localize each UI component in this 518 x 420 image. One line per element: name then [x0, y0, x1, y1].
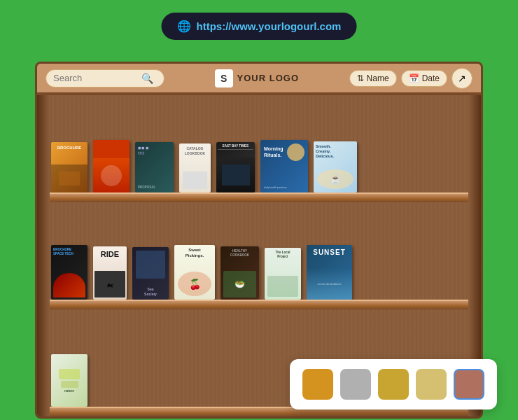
book-brochure-space[interactable]: BROCHURESPACE TECH — [51, 245, 88, 300]
book-sunset[interactable]: SUNSET scenic destinations — [307, 245, 352, 300]
book-sweet-pickings[interactable]: SweetPickings. 🍒 — [174, 245, 215, 300]
logo-letter: S — [215, 69, 233, 88]
logo-area: S YOUR LOGO — [215, 69, 299, 88]
color-palette — [290, 359, 497, 410]
share-icon: ↗ — [458, 73, 466, 84]
calendar-icon: 📅 — [409, 74, 419, 83]
swatch-gray[interactable] — [340, 369, 371, 400]
share-button[interactable]: ↗ — [451, 68, 472, 89]
book-brochure-1[interactable]: BROCHURE — [51, 142, 88, 192]
books-row-2: BROCHURESPACE TECH RIDE 🏍 — [37, 202, 481, 309]
book-green-single[interactable]: nature — [51, 354, 88, 407]
book-smooth-creamy[interactable]: Smooth.Creamy.Delicious. ☕ — [314, 141, 357, 192]
shelf-row-2: BROCHURESPACE TECH RIDE 🏍 — [37, 202, 481, 309]
name-sort-button[interactable]: ⇅ Name — [349, 70, 397, 87]
book-local-project[interactable]: The LocalProject — [265, 248, 301, 300]
toolbar-buttons: ⇅ Name 📅 Date ↗ — [349, 68, 472, 89]
book-sea-society[interactable]: SeaSociety — [132, 247, 169, 300]
swatch-dark-yellow[interactable] — [378, 369, 409, 400]
swatch-brown-active[interactable] — [454, 369, 484, 400]
date-btn-label: Date — [422, 74, 440, 83]
shelf-row-1: BROCHURE — [37, 95, 481, 202]
logo-text: YOUR LOGO — [237, 73, 299, 83]
shelf-left-panel — [37, 64, 50, 416]
search-box[interactable]: 🔍 — [46, 69, 164, 88]
book-ride[interactable]: RIDE 🏍 — [93, 246, 127, 300]
globe-icon: 🌐 — [177, 20, 191, 33]
search-input[interactable] — [53, 73, 137, 83]
sort-icon: ⇅ — [357, 74, 364, 83]
swatch-light-yellow[interactable] — [416, 369, 447, 400]
shelf-surface-1 — [37, 192, 481, 202]
book-portrait-red[interactable] — [93, 140, 130, 192]
shelf-surface-2 — [37, 300, 481, 309]
book-catalog-lookbook[interactable]: CATALOGLOOKBOOK — [179, 144, 211, 192]
book-east-bay-times[interactable]: EAST BAY TIMES — [216, 142, 255, 192]
toolbar: 🔍 S YOUR LOGO ⇅ Name 📅 Date ↗ — [37, 64, 481, 95]
search-icon: 🔍 — [141, 73, 153, 84]
book-proposal[interactable]: ◼ ◼ ◼◻ ◻ PROPOSAL — [135, 142, 174, 192]
swatch-orange[interactable] — [302, 369, 333, 400]
url-tooltip: 🌐 https://www.yourlogourl.com — [162, 13, 357, 40]
book-morning-rituals[interactable]: MorningRituals. daily health practices — [260, 140, 308, 192]
date-sort-button[interactable]: 📅 Date — [401, 70, 447, 87]
book-cookbook[interactable]: HEALTHYCOOKBOOK 🥗 — [220, 246, 259, 300]
books-row-1: BROCHURE — [37, 95, 481, 202]
url-text: https://www.yourlogourl.com — [197, 20, 342, 32]
name-btn-label: Name — [367, 74, 389, 83]
